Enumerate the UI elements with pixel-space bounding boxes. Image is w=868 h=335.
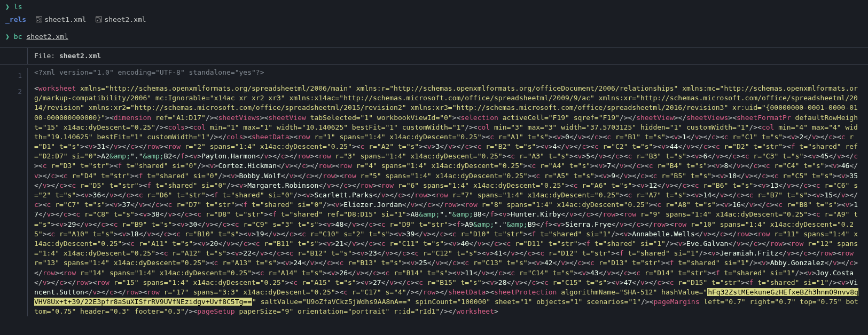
gutter-2: 2 bbox=[0, 84, 28, 317]
prompt-ls[interactable]: ❯ ls bbox=[0, 0, 868, 14]
xml-file-icon bbox=[96, 15, 104, 23]
file-header-label: File: bbox=[34, 52, 55, 60]
gutter-1: 1 bbox=[0, 68, 28, 84]
prompt-bc[interactable]: ❯ bc sheet2.xml bbox=[0, 30, 868, 44]
dir-rels: _rels bbox=[5, 15, 26, 25]
ls-output: _rels sheet1.xml sheet2.xml bbox=[0, 14, 868, 26]
file-header-name: sheet2.xml bbox=[59, 52, 101, 60]
prompt-symbol-icon: ❯ bbox=[5, 2, 10, 12]
code-line-1: 1 <?xml version="1.0" encoding="UTF-8" s… bbox=[0, 68, 868, 84]
cmd-bc-arg: sheet2.xml bbox=[26, 32, 68, 42]
xml-body[interactable]: <worksheet xmlns="http://schemas.openxml… bbox=[28, 84, 868, 317]
file-sheet2: sheet2.xml bbox=[96, 15, 146, 25]
xml-file-icon bbox=[36, 15, 44, 23]
file-header: File: sheet2.xml bbox=[0, 47, 868, 65]
code-block: 1 <?xml version="1.0" encoding="UTF-8" s… bbox=[0, 65, 868, 317]
cmd-bc: bc bbox=[14, 32, 22, 42]
code-line-2: 2 <worksheet xmlns="http://schemas.openx… bbox=[0, 84, 868, 317]
prompt-symbol-icon: ❯ bbox=[5, 32, 10, 42]
xml-pi: <?xml version="1.0" encoding="UTF-8" sta… bbox=[34, 68, 264, 76]
file-sheet1: sheet1.xml bbox=[36, 15, 86, 25]
cmd-ls: ls bbox=[14, 2, 22, 12]
